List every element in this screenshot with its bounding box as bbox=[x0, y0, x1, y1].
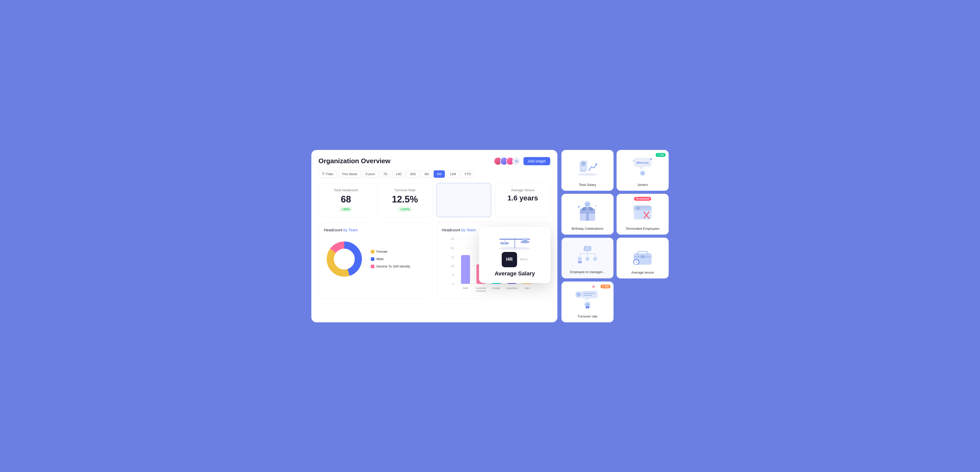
svg-rect-93 bbox=[641, 255, 644, 258]
svg-point-3 bbox=[334, 249, 355, 269]
svg-rect-74 bbox=[636, 214, 647, 215]
panel-header: Organization Overview +5 Add widget bbox=[318, 157, 550, 165]
svg-text:25: 25 bbox=[451, 238, 454, 241]
svg-text:HR: HR bbox=[587, 307, 589, 308]
metric-avg-tenure: Average Tenure 1.6 years bbox=[495, 183, 550, 217]
svg-point-107 bbox=[577, 293, 578, 295]
svg-text:15: 15 bbox=[451, 255, 454, 258]
salary-illustration: $ bbox=[492, 233, 538, 251]
svg-text:R&D: R&D bbox=[463, 287, 468, 289]
svg-point-36 bbox=[522, 238, 528, 239]
outer-container: Organization Overview +5 Add widget Filt… bbox=[311, 150, 669, 322]
page-title: Organization Overview bbox=[318, 157, 390, 165]
hr-badge: HR bbox=[502, 252, 517, 267]
svg-rect-72 bbox=[641, 209, 646, 210]
svg-point-85 bbox=[578, 257, 582, 261]
svg-point-64 bbox=[586, 203, 587, 204]
filter-ytd[interactable]: YTD bbox=[461, 170, 474, 178]
metric-total-headcount: Total Headcount 68 +98% bbox=[318, 183, 373, 217]
svg-text:Welcome: Welcome bbox=[636, 161, 649, 164]
metric-turnover-badge: +100% bbox=[398, 207, 412, 212]
floating-average-salary-card: $ HR Metric Average Salary bbox=[479, 227, 550, 283]
filter-3m[interactable]: 3M bbox=[421, 170, 432, 178]
widget-total-salary[interactable]: Total Salary bbox=[562, 150, 614, 191]
svg-text:0: 0 bbox=[452, 282, 454, 285]
add-widget-button[interactable]: Add widget bbox=[523, 157, 550, 165]
svg-text:HR: HR bbox=[579, 261, 581, 263]
legend-dot-female bbox=[371, 250, 374, 253]
svg-rect-16 bbox=[461, 255, 470, 284]
widget-employee-to-manager[interactable]: HR Employee to manager... bbox=[562, 238, 614, 279]
svg-point-70 bbox=[638, 207, 639, 208]
svg-point-43 bbox=[581, 161, 586, 166]
legend-decline: Decline To Self Identify bbox=[371, 265, 410, 268]
right-panel: Total Salary # 132 Welcome ✦ ✦ bbox=[562, 150, 669, 322]
widget-terminated-employees[interactable]: Terminated bbox=[617, 194, 669, 234]
filter-future[interactable]: Future bbox=[362, 170, 379, 178]
metric-headcount-label: Total Headcount bbox=[324, 188, 368, 192]
filter-12m[interactable]: 12M bbox=[446, 170, 460, 178]
donut-legend: Female Male Decline To Self Identify bbox=[371, 250, 410, 268]
svg-point-110 bbox=[586, 304, 587, 305]
svg-rect-104 bbox=[583, 293, 595, 294]
widget-birthday-celebrations[interactable]: ✦ ✦ Birthday Celebrations bbox=[562, 194, 614, 234]
widget-turnover-rate[interactable]: # 132 bbox=[562, 282, 614, 322]
donut-chart-card: Headcount by Team Female bbox=[318, 222, 432, 299]
svg-point-68 bbox=[636, 206, 640, 210]
filter-7d[interactable]: 7D bbox=[380, 170, 391, 178]
svg-point-86 bbox=[585, 257, 590, 261]
svg-point-44 bbox=[582, 163, 583, 164]
svg-point-32 bbox=[520, 241, 530, 243]
svg-text:Success: Success bbox=[476, 289, 486, 292]
filter-14d[interactable]: 14D bbox=[392, 170, 405, 178]
metric-tenure-value: 1.6 years bbox=[501, 194, 545, 202]
floating-card-title: Average Salary bbox=[487, 270, 543, 277]
bottom-charts-row: Headcount by Team Female bbox=[318, 222, 550, 299]
widget-joiners[interactable]: # 132 Welcome ✦ ✦ Joiners bbox=[617, 150, 669, 191]
widget-employee-manager-label: Employee to manager... bbox=[570, 270, 605, 274]
metric-turnover-rate: Turnover Rate 12.5% +100% bbox=[377, 183, 432, 217]
widget-joiners-label: Joiners bbox=[637, 183, 648, 187]
left-panel: Organization Overview +5 Add widget Filt… bbox=[311, 150, 557, 322]
svg-rect-105 bbox=[583, 295, 592, 296]
widget-avg-tenure-label: Average tenure bbox=[632, 271, 654, 274]
widget-total-salary-label: Total Salary bbox=[579, 183, 596, 187]
svg-text:Design: Design bbox=[493, 287, 501, 289]
svg-text:✦: ✦ bbox=[632, 159, 635, 162]
svg-text:✦: ✦ bbox=[577, 205, 580, 209]
svg-text:10: 10 bbox=[451, 265, 454, 268]
widget-birthday-label: Birthday Celebrations bbox=[572, 227, 603, 231]
filter-bar: Filter This Week Future 7D 14D 30D 3M 6M… bbox=[318, 170, 550, 178]
metric-headcount-value: 68 bbox=[324, 194, 368, 205]
svg-text:20: 20 bbox=[451, 246, 454, 249]
filter-button[interactable]: Filter bbox=[318, 170, 337, 178]
legend-male: Male bbox=[371, 257, 410, 261]
svg-point-38 bbox=[577, 173, 598, 176]
widget-average-tenure[interactable]: 3d Average tenure bbox=[617, 238, 669, 279]
bar-chart-card: Headcount by Team 0 5 10 15 20 25 bbox=[436, 222, 550, 299]
terminated-badge: Terminated bbox=[634, 197, 651, 201]
filter-icon bbox=[322, 173, 325, 176]
metric-turnover-label: Turnover Rate bbox=[383, 188, 427, 192]
svg-point-52 bbox=[641, 172, 642, 173]
donut-svg bbox=[324, 239, 365, 279]
svg-point-111 bbox=[588, 304, 589, 305]
turnover-illustration: HR bbox=[566, 286, 609, 311]
svg-text:Customer: Customer bbox=[476, 287, 487, 289]
svg-point-51 bbox=[640, 171, 645, 176]
svg-text:5: 5 bbox=[452, 273, 454, 276]
svg-marker-47 bbox=[639, 167, 644, 170]
filter-30d[interactable]: 30D bbox=[407, 170, 419, 178]
filter-6m[interactable]: 6M bbox=[434, 170, 445, 178]
birthday-illustration: ✦ ✦ bbox=[566, 198, 609, 223]
svg-point-65 bbox=[588, 203, 589, 204]
svg-marker-103 bbox=[584, 298, 590, 301]
widget-terminated-label: Terminated Employees bbox=[626, 227, 659, 231]
legend-dot-male bbox=[371, 257, 374, 261]
svg-text:Acquistion: Acquistion bbox=[506, 287, 518, 289]
filter-this-week[interactable]: This Week bbox=[339, 170, 361, 178]
donut-container: Female Male Decline To Self Identify bbox=[324, 236, 427, 282]
avatar-extra-count: +5 bbox=[512, 157, 520, 165]
legend-female: Female bbox=[371, 250, 410, 253]
total-salary-illustration bbox=[566, 154, 609, 179]
